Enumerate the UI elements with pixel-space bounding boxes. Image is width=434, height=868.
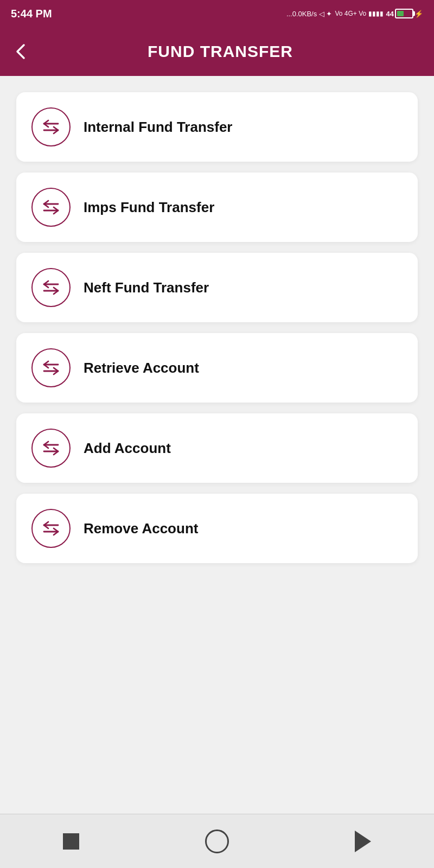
back-nav-button[interactable] [355,831,371,852]
status-time: 5:44 PM [11,8,52,20]
transfer-icon-internal-fund-transfer [31,107,71,146]
bottom-navigation [0,814,434,868]
menu-label-internal-fund-transfer: Internal Fund Transfer [84,119,233,136]
page-title: FUND TRANSFER [41,42,399,61]
menu-item-imps-fund-transfer[interactable]: Imps Fund Transfer [16,173,418,242]
status-bar: 5:44 PM ...0.0KB/s ◁ ✦ Vo 4G+ Vo ▮▮▮▮ 44… [0,0,434,27]
menu-label-add-account: Add Account [84,440,171,457]
menu-label-remove-account: Remove Account [84,520,198,537]
battery-indicator: 44 ⚡ [386,9,423,18]
menu-label-neft-fund-transfer: Neft Fund Transfer [84,279,209,296]
transfer-icon-remove-account [31,509,71,548]
menu-item-neft-fund-transfer[interactable]: Neft Fund Transfer [16,253,418,322]
menu-item-remove-account[interactable]: Remove Account [16,494,418,563]
menu-list: Internal Fund Transfer Imps Fund Transfe… [0,76,434,814]
triangle-icon [355,831,371,852]
network-status: ...0.0KB/s ◁ ✦ [286,10,333,18]
menu-item-add-account[interactable]: Add Account [16,413,418,483]
status-icons: ...0.0KB/s ◁ ✦ Vo 4G+ Vo ▮▮▮▮ 44 ⚡ [286,9,423,18]
app-header: FUND TRANSFER [0,27,434,76]
lightning-icon: ⚡ [414,10,423,18]
menu-item-internal-fund-transfer[interactable]: Internal Fund Transfer [16,92,418,162]
battery-icon [395,9,413,18]
recent-apps-button[interactable] [63,833,79,850]
transfer-icon-imps-fund-transfer [31,188,71,227]
sim-icons: Vo 4G+ Vo ▮▮▮▮ [335,10,383,17]
home-button[interactable] [205,829,229,853]
menu-item-retrieve-account[interactable]: Retrieve Account [16,333,418,403]
menu-label-retrieve-account: Retrieve Account [84,360,199,376]
back-button[interactable] [13,43,30,60]
transfer-icon-retrieve-account [31,348,71,387]
menu-label-imps-fund-transfer: Imps Fund Transfer [84,199,214,216]
transfer-icon-neft-fund-transfer [31,268,71,307]
circle-icon [205,829,229,853]
square-icon [63,833,79,850]
transfer-icon-add-account [31,429,71,468]
